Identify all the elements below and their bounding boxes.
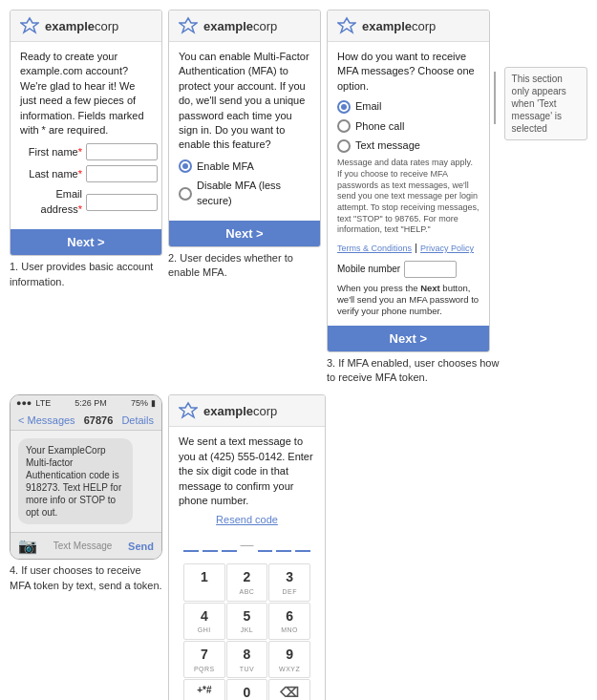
mobile-number-input[interactable] bbox=[404, 261, 457, 278]
text-section-note-wrapper: This section only appears when 'Text mes… bbox=[494, 67, 587, 140]
brand-name-2: examplecorp bbox=[203, 19, 277, 33]
key-5-sub: JKL bbox=[229, 626, 266, 635]
first-name-input[interactable] bbox=[86, 143, 158, 160]
token-separator: — bbox=[241, 536, 254, 555]
card2-header: examplecorp bbox=[169, 11, 320, 42]
token-dash-6 bbox=[295, 550, 310, 552]
details-button[interactable]: Details bbox=[121, 414, 154, 426]
email-label: Email bbox=[355, 99, 382, 114]
key-3[interactable]: 3 DEF bbox=[268, 563, 310, 601]
main-container: examplecorp Ready to create your example… bbox=[0, 0, 597, 700]
top-row: examplecorp Ready to create your example… bbox=[10, 10, 587, 385]
back-button[interactable]: < Messages bbox=[18, 414, 75, 426]
status-time: 5:26 PM bbox=[75, 398, 107, 408]
brand-name-5: examplecorp bbox=[203, 404, 277, 418]
text-message-option[interactable]: Text message bbox=[337, 138, 480, 153]
key-2[interactable]: 2 ABC bbox=[226, 563, 268, 601]
key-4[interactable]: 4 GHI bbox=[183, 603, 225, 640]
text-message-footer-label: Text Message bbox=[53, 541, 113, 551]
card1-body: Ready to create your example.com account… bbox=[11, 42, 161, 229]
card2-intro-text: You can enable Multi-Factor Authenticati… bbox=[179, 50, 310, 153]
logo-icon-5 bbox=[179, 401, 198, 420]
card1-footer: Next > bbox=[11, 229, 161, 255]
email-radio[interactable] bbox=[337, 100, 351, 114]
required-star-1: * bbox=[78, 146, 82, 158]
card3-next-button[interactable]: Next > bbox=[390, 331, 427, 346]
email-label: Email address* bbox=[20, 187, 82, 217]
message-bubble: Your ExampleCorp Multi-factor Authentica… bbox=[18, 438, 133, 524]
card-token-entry: examplecorp We sent a text message to yo… bbox=[168, 394, 326, 700]
key-9[interactable]: 9 WXYZ bbox=[268, 641, 310, 678]
phone-mockup: ●●● LTE 5:26 PM 75% ▮ < Messages 67876 D… bbox=[10, 394, 162, 560]
key-2-main: 2 bbox=[229, 568, 266, 587]
key-3-sub: DEF bbox=[271, 587, 308, 597]
key-0[interactable]: 0 bbox=[226, 679, 268, 700]
send-button[interactable]: Send bbox=[128, 541, 154, 552]
terms-link[interactable]: Terms & Conditions bbox=[337, 244, 412, 253]
svg-marker-1 bbox=[180, 18, 197, 32]
last-name-row: Last name* bbox=[20, 165, 152, 182]
text-message-radio[interactable] bbox=[337, 139, 351, 153]
email-input[interactable] bbox=[86, 194, 158, 211]
status-dots: ●●● bbox=[16, 398, 32, 408]
card3-intro-text: How do you want to receive MFA messages?… bbox=[337, 50, 480, 94]
token-dash-3 bbox=[222, 550, 237, 552]
privacy-link[interactable]: Privacy Policy bbox=[420, 244, 474, 253]
camera-icon[interactable]: 📷 bbox=[18, 537, 37, 555]
key-1-main: 1 bbox=[186, 568, 223, 587]
card3-verify-text: When you press the Next button, we'll se… bbox=[337, 283, 480, 318]
svg-marker-3 bbox=[180, 403, 197, 417]
note-divider bbox=[494, 72, 496, 124]
key-6-main: 6 bbox=[271, 607, 308, 626]
card3-body: How do you want to receive MFA messages?… bbox=[328, 42, 489, 326]
resend-code-link[interactable]: Resend code bbox=[179, 513, 315, 527]
status-battery: 75% bbox=[131, 398, 148, 408]
card5-intro-text: We sent a text message to you at (425) 5… bbox=[179, 435, 315, 508]
status-left: ●●● LTE bbox=[16, 398, 51, 408]
mobile-number-label: Mobile number bbox=[337, 263, 400, 276]
last-name-input[interactable] bbox=[86, 165, 158, 182]
token-fields: — bbox=[179, 536, 315, 557]
key-1[interactable]: 1 bbox=[183, 563, 225, 601]
key-6[interactable]: 6 MNO bbox=[268, 603, 310, 640]
card2-next-button[interactable]: Next > bbox=[225, 226, 263, 241]
imessage-header: < Messages 67876 Details bbox=[11, 411, 161, 431]
card-mfa-method: examplecorp How do you want to receive M… bbox=[327, 10, 490, 352]
phone-call-label: Phone call bbox=[355, 119, 404, 134]
key-backspace[interactable]: ⌫ bbox=[268, 679, 310, 700]
key-special[interactable]: +*# bbox=[183, 679, 225, 700]
key-4-main: 4 bbox=[186, 607, 223, 626]
key-0-main: 0 bbox=[229, 684, 266, 700]
caption-4: 4. If user chooses to receive MFA token … bbox=[10, 563, 162, 593]
card3-footer: Next > bbox=[328, 326, 489, 351]
text-message-label: Text message bbox=[355, 138, 420, 153]
phone-call-radio[interactable] bbox=[337, 119, 351, 133]
sender-number: 67876 bbox=[84, 414, 114, 426]
key-5-main: 5 bbox=[229, 607, 266, 626]
card2-body: You can enable Multi-Factor Authenticati… bbox=[169, 42, 320, 221]
svg-marker-2 bbox=[338, 18, 355, 32]
enable-mfa-option[interactable]: Enable MFA bbox=[179, 159, 310, 174]
email-option[interactable]: Email bbox=[337, 99, 480, 114]
token-dash-1 bbox=[183, 550, 199, 552]
disable-mfa-label: Disable MFA (less secure) bbox=[197, 179, 310, 208]
key-7-main: 7 bbox=[186, 646, 223, 665]
text-section-note: This section only appears when 'Text mes… bbox=[504, 67, 587, 140]
card3-and-note: examplecorp How do you want to receive M… bbox=[327, 10, 587, 352]
key-8[interactable]: 8 TUV bbox=[226, 641, 268, 678]
key-7[interactable]: 7 PQRS bbox=[183, 641, 225, 678]
key-5[interactable]: 5 JKL bbox=[226, 603, 268, 640]
enable-mfa-radio[interactable] bbox=[179, 159, 192, 173]
disable-mfa-option[interactable]: Disable MFA (less secure) bbox=[179, 179, 310, 208]
card1-intro-text: Ready to create your example.com account… bbox=[20, 50, 152, 138]
card4-wrapper: ●●● LTE 5:26 PM 75% ▮ < Messages 67876 D… bbox=[10, 394, 162, 593]
phone-call-option[interactable]: Phone call bbox=[337, 119, 480, 134]
card1-wrapper: examplecorp Ready to create your example… bbox=[10, 10, 162, 289]
token-dash-5 bbox=[276, 550, 291, 552]
key-3-main: 3 bbox=[271, 568, 308, 587]
key-backspace-icon: ⌫ bbox=[271, 684, 308, 700]
disable-mfa-radio[interactable] bbox=[179, 187, 192, 201]
card1-next-button[interactable]: Next > bbox=[67, 235, 104, 249]
key-9-sub: WXYZ bbox=[271, 665, 308, 674]
mfa-sms-note: Message and data rates may apply. If you… bbox=[337, 158, 480, 236]
